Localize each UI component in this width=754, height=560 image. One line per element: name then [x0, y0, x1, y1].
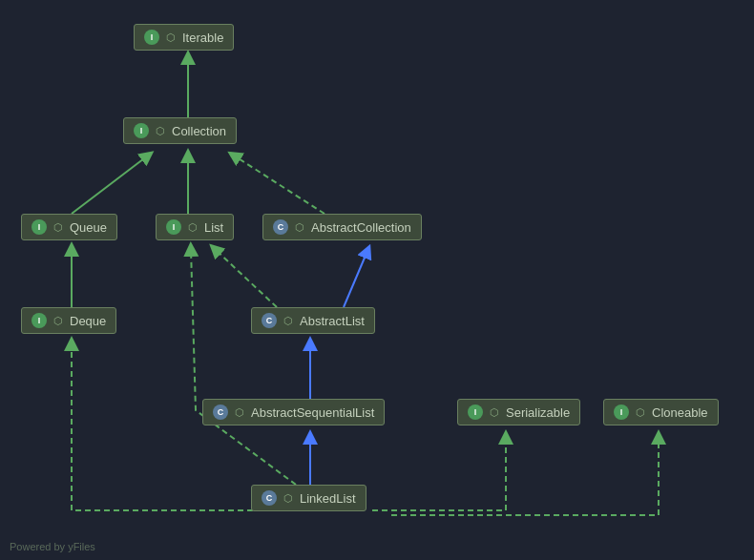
icon-abstractcollection: C: [273, 219, 288, 235]
icon-queue: I: [31, 219, 47, 235]
svg-line-4: [72, 156, 148, 214]
footer-text: Powered by yFiles: [10, 541, 95, 552]
label-collection: Collection: [172, 124, 226, 138]
icon-cloneable: I: [614, 404, 629, 420]
link-icon-abstractsequentiallist: ⬡: [233, 405, 246, 419]
label-deque: Deque: [70, 314, 106, 328]
node-collection[interactable]: I ⬡ Collection: [123, 117, 237, 144]
icon-abstractlist: C: [262, 313, 277, 328]
node-linkedlist[interactable]: C ⬡ LinkedList: [251, 485, 367, 511]
label-linkedlist: LinkedList: [300, 491, 356, 506]
node-iterable[interactable]: I ⬡ Iterable: [134, 24, 234, 51]
svg-line-9: [344, 251, 367, 307]
link-icon-abstractcollection: ⬡: [293, 220, 306, 234]
arrows-svg: [0, 0, 754, 544]
node-list[interactable]: I ⬡ List: [156, 214, 234, 240]
icon-list: I: [166, 219, 181, 235]
node-abstractcollection[interactable]: C ⬡ AbstractCollection: [262, 214, 422, 240]
svg-line-8: [215, 249, 277, 307]
link-icon-deque: ⬡: [52, 314, 65, 327]
node-deque[interactable]: I ⬡ Deque: [21, 307, 116, 334]
label-cloneable: Cloneable: [652, 405, 708, 420]
footer: Powered by yFiles: [10, 541, 95, 552]
label-abstractcollection: AbstractCollection: [311, 220, 411, 235]
label-serializable: Serializable: [506, 405, 570, 420]
label-queue: Queue: [70, 220, 107, 235]
node-cloneable[interactable]: I ⬡ Cloneable: [603, 399, 719, 425]
icon-abstractsequentiallist: C: [213, 404, 228, 420]
label-abstractlist: AbstractList: [300, 314, 365, 328]
link-icon-queue: ⬡: [52, 220, 65, 234]
label-abstractsequentiallist: AbstractSequentialList: [251, 405, 374, 420]
label-list: List: [204, 220, 223, 235]
link-icon-cloneable: ⬡: [634, 405, 647, 419]
node-abstractsequentiallist[interactable]: C ⬡ AbstractSequentialList: [202, 399, 385, 425]
label-iterable: Iterable: [182, 31, 223, 45]
link-icon-serializable: ⬡: [488, 405, 501, 419]
icon-collection: I: [134, 123, 149, 138]
diagram-container: I ⬡ Iterable I ⬡ Collection I ⬡ Queue I …: [0, 0, 754, 544]
link-icon-abstractlist: ⬡: [282, 314, 295, 327]
link-icon-list: ⬡: [186, 220, 199, 234]
link-icon-linkedlist: ⬡: [282, 491, 295, 505]
node-serializable[interactable]: I ⬡ Serializable: [457, 399, 580, 425]
link-icon-collection: ⬡: [154, 124, 167, 137]
svg-line-6: [234, 156, 325, 214]
icon-iterable: I: [144, 30, 159, 45]
icon-linkedlist: C: [262, 490, 277, 506]
icon-serializable: I: [468, 404, 483, 420]
link-icon-iterable: ⬡: [164, 31, 178, 44]
node-queue[interactable]: I ⬡ Queue: [21, 214, 117, 240]
icon-deque: I: [31, 313, 47, 328]
node-abstractlist[interactable]: C ⬡ AbstractList: [251, 307, 375, 334]
